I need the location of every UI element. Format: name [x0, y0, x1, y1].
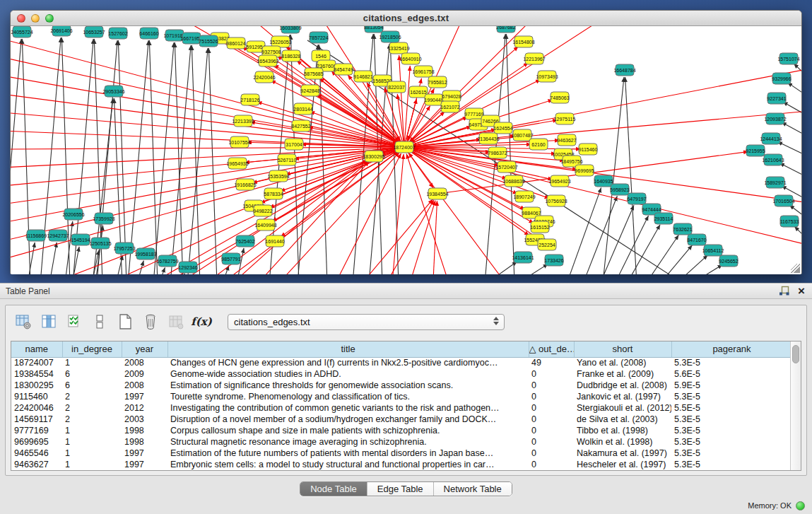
table-cell: 0 [529, 448, 574, 459]
graph-node-label: 8813054 [364, 26, 383, 30]
table-row[interactable]: 1456911722003Disruption of a novel membe… [11, 414, 790, 425]
table-row[interactable]: 946362711997Embryonic stem cells: a mode… [11, 459, 790, 470]
column-header-year[interactable]: year [122, 341, 167, 357]
graph-node-label: 9215955 [746, 148, 765, 153]
table-row[interactable]: 1938455462009Genome-wide association stu… [11, 368, 790, 380]
graph-node-label: 2935114 [654, 216, 673, 221]
table-type-tabs: Node TableEdge TableNetwork Table [300, 481, 512, 496]
column-header-in_degree[interactable]: in_degree [62, 341, 122, 357]
table-cell: 2003 [122, 414, 167, 425]
graph-node-label: 317004 [286, 142, 302, 147]
graph-node-label: 2718126 [240, 98, 259, 103]
table-vertical-scrollbar[interactable] [790, 341, 801, 470]
graph-node-label: 7632621 [673, 227, 692, 232]
graph-node-label: 15226053 [269, 40, 291, 45]
status-bar: Memory: OK [0, 497, 812, 514]
table-cell: 9699695 [11, 436, 62, 448]
graph-node-label: 20206556 [62, 212, 84, 217]
graph-node-label: 8186328 [281, 54, 300, 59]
graph-node-label: 20691406 [50, 28, 72, 33]
graph-node-label: 1733426 [544, 258, 563, 263]
table-cell: Dudbridge et al. (2008) [574, 380, 671, 391]
table-cell: 0 [529, 380, 574, 391]
graph-node-label: 162615 [410, 90, 426, 95]
table-cell: 2012 [122, 402, 167, 414]
table-row[interactable]: 1872400712008Changes of HCN gene express… [11, 357, 790, 368]
graph-node-label: 822037 [388, 85, 404, 90]
table-panel-title: Table Panel [0, 286, 779, 296]
graph-node-label: 12444134 [760, 136, 782, 141]
resize-grip-icon[interactable] [791, 264, 800, 273]
scrollbar-thumb[interactable] [792, 345, 799, 363]
table-row[interactable]: 2242004622012Investigating the contribut… [11, 402, 790, 414]
select-columns-icon[interactable] [40, 313, 58, 331]
graph-node-label: 19958187 [134, 252, 156, 257]
tab-edge-table[interactable]: Edge Table [367, 482, 434, 496]
graph-node-label: 16543962 [257, 59, 278, 64]
column-header-title[interactable]: title [167, 341, 529, 357]
table-cell: 1 [62, 459, 122, 470]
graph-node-label: 5267110 [278, 158, 297, 163]
graph-node-label: 62160 [531, 142, 546, 147]
graph-node-label: 24055724 [11, 30, 33, 35]
table-mode-icon[interactable] [14, 313, 33, 331]
table-cell: Stergiakouli et al. (2012) [574, 402, 671, 414]
graph-node-label: 17016504 [772, 199, 794, 204]
table-select[interactable]: citations_edges.txt [228, 314, 505, 330]
table-cell: Corpus callosum shape and size in male p… [167, 425, 529, 436]
show-rows-icon[interactable] [90, 313, 109, 331]
graph-node-label: 15892971 [764, 180, 786, 185]
desktop-background: citations_edges.txt 18724007183002951938… [0, 0, 812, 283]
column-header-short[interactable]: short [574, 341, 671, 357]
graph-node-label: 12213967 [523, 57, 545, 62]
graph-node-label: 9329966 [772, 76, 791, 81]
network-window-titlebar[interactable]: citations_edges.txt [11, 11, 801, 26]
graph-node-label: 21364436 [477, 136, 499, 141]
table-row[interactable]: 977716911998Corpus callosum shape and si… [11, 425, 790, 436]
table-cell: Estimation of the future numbers of pati… [167, 448, 529, 459]
network-canvas[interactable]: 1872400718300295193845547563822986012459… [11, 26, 801, 274]
column-header-pagerank[interactable]: pagerank [671, 341, 790, 357]
graph-node-label: 17359928 [93, 216, 114, 221]
table-row[interactable]: 911546021997Tourette syndrome. Phenomeno… [11, 391, 790, 402]
float-window-icon[interactable] [779, 286, 789, 296]
graph-node-label: 19166825 [234, 182, 256, 187]
table-cell: 1998 [122, 436, 167, 448]
graph-node-label: 15751074 [777, 57, 799, 62]
table-cell: 0 [529, 436, 574, 448]
tab-node-table[interactable]: Node Table [300, 482, 367, 496]
graph-node-label: 16409948 [254, 223, 276, 228]
table-cell: 0 [529, 391, 574, 402]
delete-column-icon[interactable] [141, 313, 160, 331]
graph-node-label: 12942737 [47, 233, 69, 238]
column-header-name[interactable]: name [11, 341, 62, 357]
table-row[interactable]: 946554611997Estimation of the future num… [11, 448, 790, 459]
memory-status-icon[interactable] [796, 501, 805, 510]
table-cell: 18724007 [11, 357, 62, 368]
graph-node-label: 19654923 [548, 179, 570, 184]
new-column-icon[interactable] [116, 313, 134, 331]
graph-node-label: 10654112 [702, 248, 724, 253]
table-cell: 5.3E-5 [671, 459, 790, 470]
network-graph[interactable]: 1872400718300295193845547563822986012459… [11, 26, 801, 274]
table-row[interactable]: 969969511998Structural magnetic resonanc… [11, 436, 790, 448]
function-builder-icon[interactable]: f(x) [192, 313, 211, 331]
graph-node-label: 8427552 [291, 124, 310, 129]
tab-network-table[interactable]: Network Table [434, 482, 512, 496]
table-row[interactable]: 1830029562008Estimation of significance … [11, 380, 790, 391]
graph-node-label: 16210643 [762, 158, 784, 163]
table-cell: Tourette syndrome. Phenomenology and cla… [167, 391, 529, 402]
graph-node-label: 8471670 [687, 238, 706, 243]
table-cell: 5.3E-5 [671, 436, 790, 448]
graph-node-label: 2803144 [293, 107, 312, 112]
table-cell: Hescheler et al. (1997) [574, 459, 671, 470]
close-icon[interactable]: × [798, 286, 805, 296]
graph-node-label: 6466160 [139, 31, 158, 36]
select-functions-icon[interactable] [65, 313, 83, 331]
table-cell: 1997 [122, 459, 167, 470]
graph-node-label: 9242848 [300, 88, 319, 93]
table-cell: 19384554 [11, 368, 62, 380]
graph-node-label: 9146821 [353, 74, 372, 79]
graph-node-label: 19218506 [379, 35, 401, 40]
column-header-out_de[interactable]: △ out_de… [529, 341, 574, 357]
